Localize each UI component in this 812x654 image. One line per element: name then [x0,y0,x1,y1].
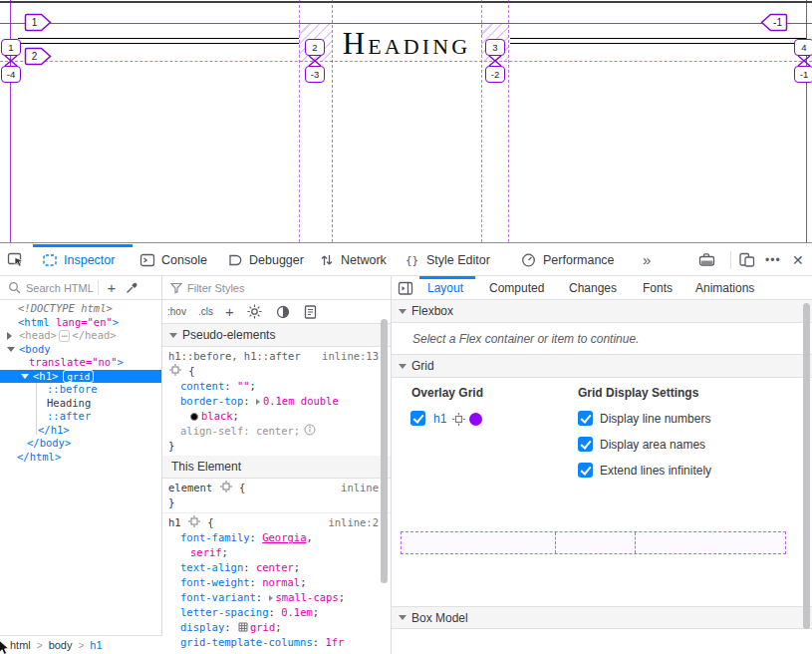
css-declaration-line[interactable]: font-family: Georgia, [162,530,391,545]
stylesheet-source-link[interactable]: inline [341,481,379,495]
css-token: : [243,425,256,437]
collapse-arrow-icon[interactable] [21,374,29,379]
select-element-icon[interactable] [188,515,200,527]
tab-layout[interactable]: Layout [427,276,463,299]
css-declaration-line[interactable]: } [162,439,391,454]
grid-toggle-icon[interactable] [238,622,248,632]
markup-node[interactable]: <head>⋯</head> [0,329,161,343]
css-token: ; [339,591,345,603]
tab-changes[interactable]: Changes [569,276,617,299]
css-declaration-line[interactable]: h1::before, h1::afterinline:13 [162,349,391,364]
collapse-arrow-icon[interactable] [7,347,15,352]
css-declaration-line[interactable]: { [162,364,391,379]
search-html-input[interactable] [26,282,98,294]
tab-network[interactable]: Network [319,243,387,276]
expander-icon[interactable] [256,399,260,405]
add-node-button[interactable]: + [99,279,125,296]
markup-node[interactable]: <html lang="en"> [0,316,161,330]
display-area-names-label[interactable]: Display area names [600,438,705,452]
markup-node[interactable]: </html> [0,451,161,465]
css-declaration-line[interactable]: h1 {inline:2 [162,515,391,530]
tab-inspector[interactable]: Inspector [42,243,115,276]
markup-node-selected[interactable]: <h1>grid [0,370,161,384]
css-declaration-line[interactable]: serif; [162,545,391,560]
markup-node[interactable]: </h1> [0,424,161,438]
markup-node[interactable]: Heading [0,397,161,411]
css-declaration-line[interactable]: } [162,495,391,510]
select-element-icon[interactable] [169,364,181,376]
devtools-menu-button[interactable]: ••• [765,243,781,276]
responsive-design-mode-button[interactable] [738,243,756,276]
css-declaration-line[interactable]: text-align: center; [162,560,391,575]
screenshot-button[interactable] [697,243,717,276]
css-declaration-line[interactable]: grid-template-columns: 1fr [162,635,391,650]
tab-performance[interactable]: Performance [520,243,615,276]
markup-node[interactable]: <!DOCTYPE html> [0,302,161,316]
css-declaration-line[interactable]: display: grid; [162,620,391,635]
css-declaration-line[interactable]: black; [162,409,391,424]
tab-fonts[interactable]: Fonts [643,276,673,299]
css-declaration-line[interactable]: font-weight: normal; [162,575,391,590]
expand-arrow-icon[interactable] [7,332,12,340]
tab-animations[interactable]: Animations [695,276,754,299]
markup-node[interactable]: ::after [0,410,161,424]
highlight-node-icon[interactable] [452,413,465,426]
rules-toolbar: :hov .cls + [162,300,391,324]
extend-lines-infinitely-checkbox[interactable] [578,463,593,478]
print-media-icon[interactable] [303,304,318,320]
toggle-class-button[interactable]: .cls [198,306,213,317]
color-swatch[interactable] [190,413,198,421]
breadcrumb-item[interactable]: html [10,639,31,651]
css-declaration-line[interactable]: border-top: 0.1em double [162,394,391,409]
dark-theme-icon[interactable] [275,304,291,320]
css-declaration-line[interactable]: content: ""; [162,379,391,394]
pseudo-elements-header[interactable]: Pseudo-elements [162,324,391,347]
grid-color-swatch[interactable] [469,413,482,426]
grid-outline-preview[interactable] [401,531,786,554]
tab-computed[interactable]: Computed [489,276,544,299]
markup-node[interactable]: ::before [0,383,161,397]
eyedropper-icon[interactable] [125,280,139,295]
sidebar-toggle-icon[interactable] [398,281,413,296]
markup-node[interactable]: translate="no"> [0,356,161,370]
more-tabs-button[interactable]: » [643,243,651,276]
display-line-numbers-label[interactable]: Display line numbers [600,412,710,426]
filter-styles-input[interactable] [187,282,297,294]
scrollbar[interactable] [803,303,810,629]
tab-style-editor[interactable]: {} Style Editor [405,243,490,276]
markup-node[interactable]: </body> [0,437,161,451]
css-token: : [224,380,237,392]
scrollbar[interactable] [381,319,388,583]
info-icon[interactable] [304,424,316,436]
expander-icon[interactable] [269,595,273,601]
add-rule-button[interactable]: + [225,303,234,320]
close-devtools-button[interactable]: ✕ [792,243,804,276]
display-line-numbers-checkbox[interactable] [578,411,593,426]
stylesheet-source-link[interactable]: inline:13 [322,349,379,364]
light-theme-icon[interactable] [246,303,263,320]
box-model-section-header[interactable]: Box Model [392,606,812,629]
overlay-grid-item-label[interactable]: h1 [433,412,446,426]
breadcrumb-item-active[interactable]: h1 [90,639,102,651]
flexbox-section-header[interactable]: Flexbox [392,300,812,323]
select-element-icon[interactable] [220,481,232,492]
tab-debugger[interactable]: Debugger [227,243,304,276]
grid-badge[interactable]: grid [63,370,94,383]
grid-section-header[interactable]: Grid [392,355,812,378]
stylesheet-source-link[interactable]: inline:2 [328,515,379,530]
css-token: display [180,621,224,633]
extend-lines-infinitely-label[interactable]: Extend lines infinitely [600,464,711,478]
pick-element-button[interactable] [7,243,26,276]
toggle-hover-button[interactable]: :hov [167,306,186,317]
css-declaration-line[interactable]: element {inline [162,481,391,495]
display-area-names-checkbox[interactable] [578,437,593,452]
css-declaration-line[interactable]: align-self: center; [162,424,391,439]
tab-console[interactable]: Console [139,243,207,276]
css-declaration-line[interactable]: font-variant: small-caps; [162,590,391,605]
markup-node[interactable]: <body [0,343,161,357]
breadcrumb-item[interactable]: body [49,639,73,651]
css-token: grid [250,621,275,633]
css-declaration-line[interactable]: letter-spacing: 0.1em; [162,605,391,620]
overlay-grid-checkbox[interactable] [410,411,425,426]
css-token: center [256,425,294,437]
